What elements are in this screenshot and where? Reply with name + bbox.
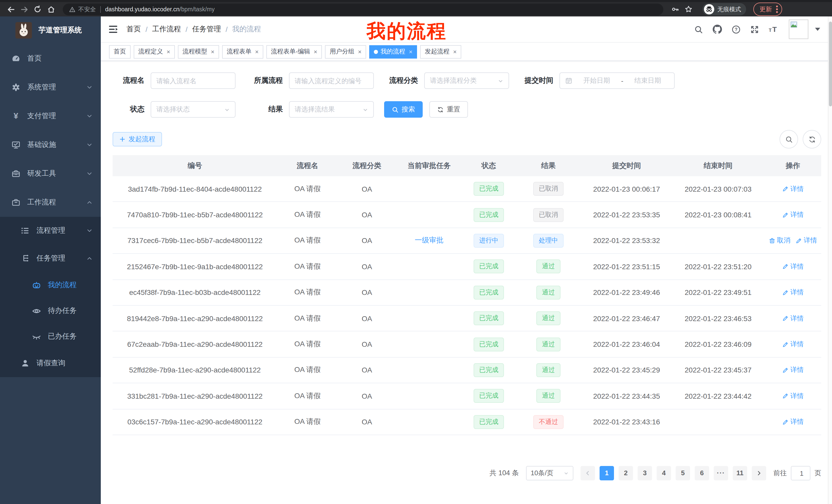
page-button-4[interactable]: 4 [657,466,671,480]
detail-link[interactable]: 详情 [782,210,804,219]
category-select[interactable]: 请选择流程分类 [424,73,509,89]
page-size-select[interactable]: 10条/页 [526,466,573,480]
reset-button[interactable]: 重置 [430,101,468,118]
close-icon[interactable]: × [166,49,170,55]
page-button-1[interactable]: 1 [600,466,614,480]
status-badge: 已完成 [474,389,504,403]
page-button-11[interactable]: 11 [733,466,747,480]
detail-link[interactable]: 详情 [782,417,804,426]
result-select[interactable]: 请选择流结果 [289,101,374,118]
tab-my-process[interactable]: 我的流程× [369,45,417,58]
breadcrumb-task-mgmt[interactable]: 任务管理 [192,25,221,34]
breadcrumb-home[interactable]: 首页 [127,25,141,34]
close-icon[interactable]: × [453,49,457,55]
tab-user-group[interactable]: 用户分组× [325,45,366,58]
tab-home[interactable]: 首页 [109,45,131,58]
action-links: 详情 [782,366,804,375]
process-def-input[interactable] [295,77,368,85]
reload-icon[interactable] [31,3,44,16]
tab-process-form-edit[interactable]: 流程表单-编辑× [266,45,322,58]
forward-icon[interactable] [18,3,31,16]
chevron-down-icon [363,107,368,112]
hamburger-icon[interactable] [101,25,127,33]
submit-time-range[interactable]: 开始日期 - 结束日期 [560,73,675,89]
close-icon[interactable]: × [409,49,412,55]
star-icon[interactable] [682,3,695,16]
sidebar-item-payment[interactable]: ¥支付管理 [0,102,101,131]
close-icon[interactable]: × [255,49,259,55]
url-host: dashboard.yudao.iocoder.cn [105,6,179,12]
detail-link[interactable]: 详情 [796,236,817,245]
page-button-2[interactable]: 2 [619,466,633,480]
refresh-icon [808,135,816,143]
action-links: 详情 [782,210,804,219]
status-select[interactable]: 请选择状态 [151,101,235,118]
detail-link[interactable]: 详情 [782,340,804,349]
sidebar-item-todo-tasks[interactable]: 待办任务 [0,298,101,324]
back-icon[interactable] [4,3,18,16]
help-icon[interactable]: ? [732,25,740,34]
close-icon[interactable]: × [358,49,362,55]
url-bar[interactable]: 不安全 dashboard.yudao.iocoder.cn/bpm/task/… [63,3,663,15]
table-search-button[interactable] [780,130,798,148]
sidebar-item-leave-query[interactable]: 请假查询 [0,349,101,377]
tab-start-process[interactable]: 发起流程× [420,45,461,58]
status-badge: 已完成 [474,286,504,300]
start-process-button[interactable]: 发起流程 [113,132,162,146]
prev-page-button[interactable] [580,466,595,480]
cancel-link[interactable]: 取消 [769,236,790,245]
page-button-5[interactable]: 5 [676,466,690,480]
navbar-actions: ? TT [694,20,820,39]
cell-end-time: 2022-01-22 23:46:53 [672,314,765,323]
sidebar-item-infra[interactable]: 基础设施 [0,131,101,159]
tab-process-form[interactable]: 流程表单× [222,45,263,58]
page-button-3[interactable]: 3 [638,466,652,480]
breadcrumb-workflow[interactable]: 工作流程 [152,25,181,34]
detail-link[interactable]: 详情 [782,262,804,271]
sidebar-item-done-tasks[interactable]: 已办任务 [0,324,101,349]
search-button[interactable]: 搜索 [384,101,423,118]
table-refresh-button[interactable] [803,130,821,148]
app-logo[interactable]: 芋道管理系统 [0,17,101,44]
sidebar-item-process-mgmt[interactable]: 流程管理 [0,217,101,245]
detail-link[interactable]: 详情 [782,314,804,323]
font-size-icon[interactable]: TT [769,25,779,34]
home-icon[interactable] [44,3,58,16]
tab-label: 用户分组 [330,47,354,56]
cell-process-name: OA 请假 [277,236,338,245]
app-title: 芋道管理系统 [38,26,82,35]
goto-input[interactable] [791,467,812,481]
detail-link[interactable]: 详情 [782,391,804,401]
caret-down-icon[interactable] [815,28,820,31]
close-icon[interactable]: × [314,49,317,55]
cell-status: 已完成 [462,415,515,429]
sidebar-item-devtools[interactable]: 研发工具 [0,159,101,188]
process-name-input[interactable] [156,77,230,85]
edit-icon [782,315,789,321]
detail-link[interactable]: 详情 [782,288,804,297]
key-icon[interactable] [669,3,682,16]
avatar[interactable] [789,20,808,39]
sidebar-item-task-mgmt[interactable]: 任务管理 [0,245,101,272]
cell-process-name: OA 请假 [277,417,338,426]
tab-process-def[interactable]: 流程定义× [134,45,175,58]
sidebar-item-workflow[interactable]: 工作流程 [0,188,101,217]
page-button-6[interactable]: 6 [695,466,709,480]
dots-vertical-icon[interactable] [776,5,778,13]
sidebar-item-home[interactable]: 首页 [0,44,101,73]
sidebar-item-system[interactable]: 系统管理 [0,73,101,102]
col-header: 结束时间 [672,161,765,170]
page-scrollbar[interactable] [828,17,832,504]
detail-link[interactable]: 详情 [782,366,804,375]
search-icon[interactable] [694,25,703,34]
tab-process-model[interactable]: 流程模型× [178,45,219,58]
detail-link[interactable]: 详情 [782,184,804,193]
scrollbar-thumb[interactable] [829,22,832,106]
cell-end-time: 2022-01-22 23:46:09 [672,340,765,348]
next-page-button[interactable] [752,466,766,480]
close-icon[interactable]: × [211,49,214,55]
github-icon[interactable] [713,25,722,34]
update-button[interactable]: 更新 [753,3,782,16]
fullscreen-icon[interactable] [750,25,759,34]
sidebar-item-my-process[interactable]: 我的流程 [0,272,101,298]
